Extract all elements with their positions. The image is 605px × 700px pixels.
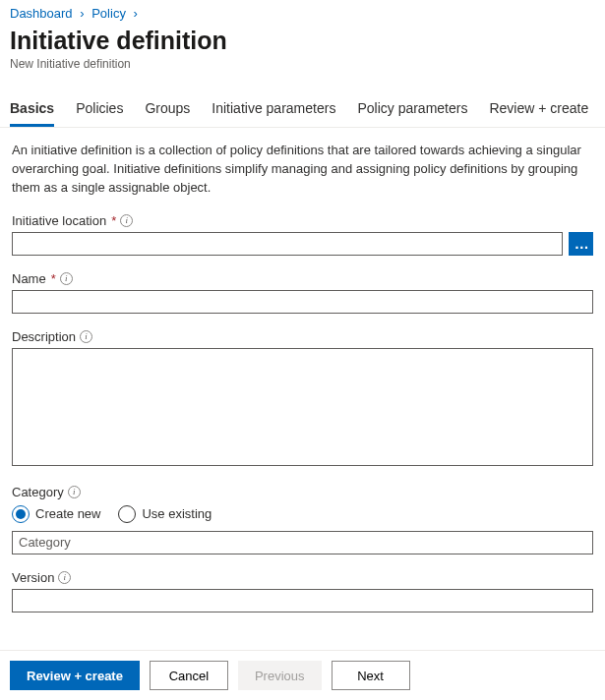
breadcrumb-dashboard[interactable]: Dashboard bbox=[10, 6, 73, 21]
info-icon[interactable]: i bbox=[58, 571, 71, 584]
version-input[interactable] bbox=[12, 589, 593, 612]
tab-initiative-parameters[interactable]: Initiative parameters bbox=[212, 100, 335, 127]
name-input[interactable] bbox=[12, 290, 593, 314]
radio-create-new-label: Create new bbox=[35, 506, 100, 521]
radio-create-new[interactable]: Create new bbox=[12, 505, 100, 523]
tab-policies[interactable]: Policies bbox=[76, 100, 123, 127]
breadcrumb: Dashboard › Policy › bbox=[0, 0, 605, 25]
field-initiative-location: Initiative location * i … bbox=[12, 213, 593, 256]
required-indicator: * bbox=[111, 213, 116, 228]
info-icon[interactable]: i bbox=[120, 214, 133, 227]
field-category: Category i Create new Use existing bbox=[12, 485, 593, 554]
radio-use-existing[interactable]: Use existing bbox=[118, 505, 212, 523]
field-version: Version i bbox=[12, 570, 593, 612]
radio-icon bbox=[118, 505, 136, 523]
field-name: Name * i bbox=[12, 271, 593, 314]
form: Initiative location * i … Name * i Descr… bbox=[0, 198, 605, 612]
info-icon[interactable]: i bbox=[68, 486, 81, 498]
label-description: Description bbox=[12, 329, 76, 344]
breadcrumb-policy[interactable]: Policy bbox=[91, 6, 126, 21]
tab-policy-parameters[interactable]: Policy parameters bbox=[357, 100, 467, 127]
tab-basics[interactable]: Basics bbox=[10, 100, 54, 127]
label-name: Name bbox=[12, 271, 46, 286]
category-input[interactable] bbox=[12, 531, 593, 554]
review-create-button[interactable]: Review + create bbox=[10, 661, 140, 690]
chevron-right-icon: › bbox=[80, 6, 84, 21]
next-button[interactable]: Next bbox=[332, 661, 410, 690]
description-input[interactable] bbox=[12, 348, 593, 466]
tabs: Basics Policies Groups Initiative parame… bbox=[0, 71, 605, 128]
page-subtitle: New Initiative definition bbox=[0, 55, 605, 71]
scope-picker-button[interactable]: … bbox=[569, 232, 593, 256]
label-category: Category bbox=[12, 485, 64, 499]
page-title: Initiative definition bbox=[0, 25, 605, 55]
label-initiative-location: Initiative location bbox=[12, 213, 106, 228]
info-icon[interactable]: i bbox=[80, 330, 92, 343]
radio-icon bbox=[12, 505, 30, 523]
chevron-right-icon: › bbox=[134, 6, 138, 21]
previous-button: Previous bbox=[238, 661, 322, 690]
info-icon[interactable]: i bbox=[60, 272, 73, 285]
footer-actions: Review + create Cancel Previous Next bbox=[0, 650, 605, 700]
field-description: Description i bbox=[12, 329, 593, 469]
initiative-location-input[interactable] bbox=[12, 232, 563, 256]
radio-use-existing-label: Use existing bbox=[142, 506, 212, 521]
cancel-button[interactable]: Cancel bbox=[150, 661, 228, 690]
required-indicator: * bbox=[51, 271, 56, 286]
label-version: Version bbox=[12, 570, 54, 585]
tab-groups[interactable]: Groups bbox=[145, 100, 190, 127]
tab-review-create[interactable]: Review + create bbox=[489, 100, 588, 127]
intro-text: An initiative definition is a collection… bbox=[0, 128, 605, 198]
